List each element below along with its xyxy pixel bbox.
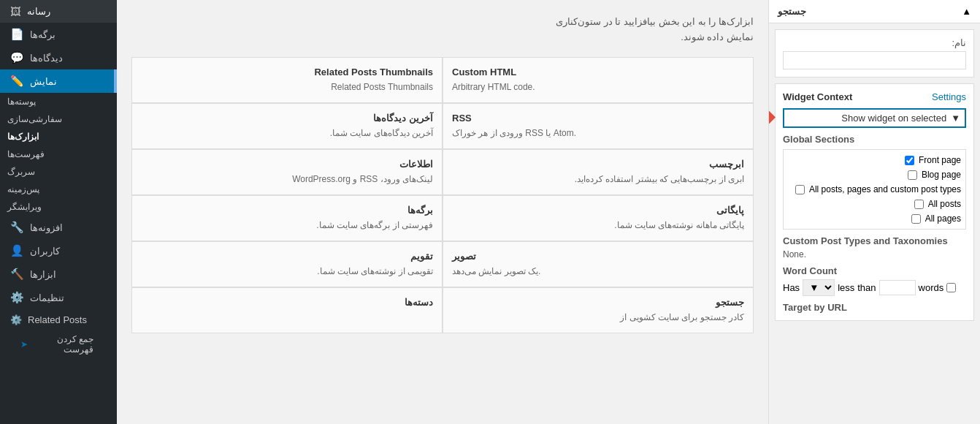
sidebar-item-label: افزونه‌ها: [30, 222, 63, 233]
card-desc: ابری از برچسب‌هایی که بیشتر استفاده کرده…: [452, 173, 744, 186]
widget-card-related-posts-thumbnails[interactable]: Related Posts Thumbnails Related Posts T…: [131, 57, 443, 103]
checkbox-front-page: Front page: [788, 153, 961, 167]
name-input[interactable]: [783, 51, 966, 69]
select-container: ▼ Show widget on selected: [783, 108, 966, 128]
word-count-section: Word Count Has ▼ less than words: [783, 265, 966, 296]
card-title: Related Posts Thumbnails: [141, 67, 433, 77]
sidebar-item-تنظیمات[interactable]: تنظیمات ⚙️: [0, 286, 117, 309]
all-pages-label: All pages: [925, 213, 961, 224]
sidebar-item-label: برگه‌ها: [30, 29, 55, 40]
sidebar-item-related-posts[interactable]: Related Posts ⚙️: [0, 309, 117, 330]
appearance-icon: ✏️: [10, 75, 24, 88]
sidebar-item-label: ابزارها: [30, 269, 56, 280]
sidebar-item-پس‌زمینه[interactable]: پس‌زمینه: [0, 181, 96, 198]
plugins-icon: 🔧: [10, 221, 24, 234]
sidebar-item-نمایش[interactable]: نمایش ✏️: [0, 69, 117, 93]
word-count-checkbox[interactable]: [946, 283, 956, 292]
card-desc: پایگاتی ماهانه نوشته‌های سایت شما.: [452, 219, 744, 232]
sidebar-item-ویرایشگر[interactable]: ویرایشگر: [0, 198, 96, 216]
sidebar-item-پوسته‌ها[interactable]: پوسته‌ها: [0, 93, 96, 110]
widget-card-pages[interactable]: برگه‌ها فهرستی از برگه‌های سایت شما.: [131, 195, 443, 241]
collapse-icon: ▲: [962, 6, 971, 17]
all-posts-pages-checkbox[interactable]: [795, 185, 805, 194]
widget-card-meta[interactable]: اطلاعات لینک‌های ورود، RSS و WordPress.o…: [131, 149, 443, 195]
card-title: آخرین دیدگاه‌ها: [141, 113, 433, 124]
sidebar-item-label: فهرست‌ها: [7, 149, 45, 159]
comments-icon: 💬: [10, 51, 24, 64]
card-title: برگه‌ها: [141, 205, 433, 216]
sidebar-item-افزونه‌ها[interactable]: افزونه‌ها 🔧: [0, 216, 117, 239]
card-desc: لینک‌های ورود، RSS و WordPress.org: [141, 173, 433, 186]
settings-link[interactable]: Settings: [932, 91, 966, 102]
all-posts-pages-label: All posts, pages and custom post types: [809, 184, 961, 194]
sidebar-item-سربرگ[interactable]: سربرگ: [0, 163, 96, 181]
widget-select-row[interactable]: ▼ Show widget on selected: [783, 108, 966, 128]
widget-card-search[interactable]: جستجو کادر جستجو برای سایت کشویی از: [443, 287, 754, 333]
sidebar-item-ابزارک‌ها[interactable]: ابزارک‌ها: [0, 128, 96, 145]
media-icon: 🖼: [10, 5, 21, 18]
sidebar-item-برگه‌ها[interactable]: برگه‌ها 📄: [0, 23, 117, 46]
users-icon: 👤: [10, 244, 24, 257]
card-desc: Arbitrary HTML code.: [452, 80, 744, 94]
widget-card-archives[interactable]: پایگاتی پایگاتی ماهانه نوشته‌های سایت شم…: [443, 195, 754, 241]
sidebar-item-سفارشی‌سازی[interactable]: سفارشی‌سازی: [0, 110, 96, 128]
name-label: نام:: [783, 37, 966, 48]
card-title: اطلاعات: [141, 159, 433, 170]
sidebar-item-دیدگاه‌ها[interactable]: دیدگاه‌ها 💬: [0, 46, 117, 69]
card-desc: تقویمی از نوشته‌های سایت شما.: [141, 265, 433, 278]
sidebar-item-رسانه[interactable]: رسانه 🖼: [0, 0, 117, 23]
widget-card-categories[interactable]: دسته‌ها: [131, 287, 443, 333]
sidebar-item-ابزارها[interactable]: ابزارها 🔨: [0, 262, 117, 286]
card-title: پایگاتی: [452, 205, 744, 216]
intro-line2: نمایش داده شوند.: [131, 30, 754, 45]
card-title: Custom HTML: [452, 67, 744, 77]
sidebar-item-label: نمایش: [30, 76, 57, 87]
sidebar-item-label: ابزارک‌ها: [7, 132, 39, 142]
word-count-words: words: [919, 282, 944, 293]
card-title: RSS: [452, 113, 744, 124]
sidebar-item-label: کاربران: [30, 246, 60, 257]
target-url-section: Target by URL: [783, 302, 966, 313]
widget-card-custom-html[interactable]: Custom HTML Arbitrary HTML code.: [443, 57, 754, 103]
sidebar-item-label: سفارشی‌سازی: [7, 114, 62, 124]
sidebar-item-label: پوسته‌ها: [7, 96, 36, 107]
widgets-area: ابزارک‌ها را به این بخش بیافزایید تا در …: [117, 0, 768, 424]
sidebar-item-label: جمع کردن قهرست: [34, 334, 93, 355]
widget-card-rss[interactable]: RSS ورودی از هر خوراک RSS یا Atom.: [443, 103, 754, 149]
front-page-checkbox[interactable]: [905, 156, 914, 165]
sidebar-item-label: ویرایشگر: [7, 202, 42, 212]
widget-context-section: Settings Widget Context ▼ Show widget on…: [775, 83, 974, 321]
card-title: ابرچسب: [452, 159, 744, 170]
checkbox-list: Front page Blog page All posts, pages an…: [783, 149, 966, 230]
search-widget-header[interactable]: ▲ جستجو: [769, 0, 980, 23]
card-title: تقویم: [141, 251, 433, 262]
intro-line1: ابزارک‌ها را به این بخش بیافزایید تا در …: [131, 15, 754, 30]
widget-grid: Custom HTML Arbitrary HTML code. Related…: [131, 57, 754, 333]
custom-post-label: Custom Post Types and Taxonomies: [783, 235, 966, 246]
sidebar-item-label: سربرگ: [7, 167, 35, 177]
sidebar-item-کاربران[interactable]: کاربران 👤: [0, 239, 117, 262]
blog-page-checkbox[interactable]: [908, 170, 917, 180]
widget-card-calendar[interactable]: تقویم تقویمی از نوشته‌های سایت شما.: [131, 241, 443, 287]
sidebar-item-فهرست‌ها[interactable]: فهرست‌ها: [0, 145, 96, 163]
widget-card-image[interactable]: تصویر یک تصویر نمایش می‌دهد.: [443, 241, 754, 287]
custom-post-section: Custom Post Types and Taxonomies None.: [783, 235, 966, 260]
card-desc: Related Posts Thumbnails: [141, 80, 433, 94]
all-posts-checkbox[interactable]: [914, 200, 924, 209]
word-count-input[interactable]: [879, 280, 916, 295]
widget-card-tag-cloud[interactable]: ابرچسب ابری از برچسب‌هایی که بیشتر استفا…: [443, 149, 754, 195]
all-posts-label: All posts: [928, 199, 961, 209]
sidebar-item-جمع-قهرست[interactable]: جمع کردن قهرست ➤: [0, 330, 117, 358]
card-desc: یک تصویر نمایش می‌دهد.: [452, 265, 744, 278]
card-desc: ورودی از هر خوراک RSS یا Atom.: [452, 126, 744, 140]
word-count-select1[interactable]: ▼: [803, 279, 835, 296]
custom-post-value: None.: [783, 249, 966, 260]
dropdown-arrow: ▼: [951, 113, 960, 124]
all-pages-checkbox[interactable]: [911, 214, 921, 224]
front-page-label: Front page: [919, 155, 961, 165]
widget-card-recent-comments[interactable]: آخرین دیدگاه‌ها آخرین دیدگاه‌های سایت شم…: [131, 103, 443, 149]
card-desc: فهرستی از برگه‌های سایت شما.: [141, 219, 433, 232]
blog-page-label: Blog page: [922, 170, 961, 180]
chevron-icon: ➤: [20, 339, 28, 349]
word-count-than: than: [857, 282, 876, 293]
